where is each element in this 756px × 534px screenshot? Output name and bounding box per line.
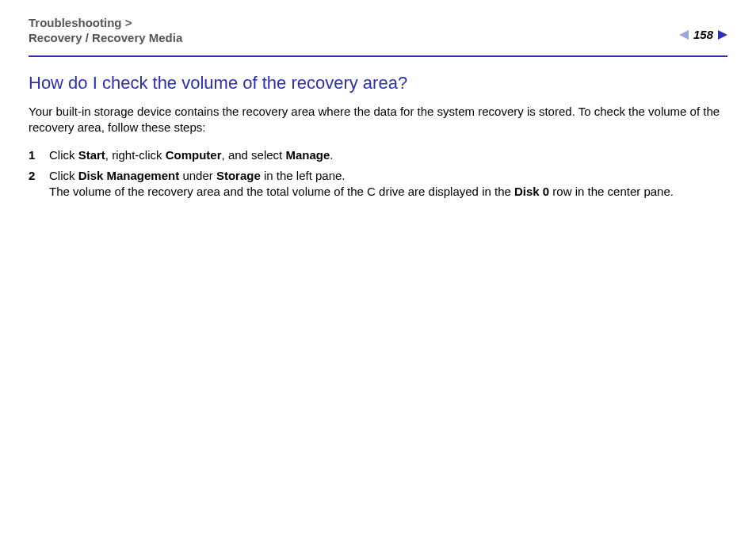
text-run: under xyxy=(179,169,216,182)
breadcrumb-line-2: Recovery / Recovery Media xyxy=(29,31,182,46)
step-line: Click Start, right-click Computer, and s… xyxy=(49,147,727,163)
page-title: How do I check the volume of the recover… xyxy=(29,71,727,95)
step-line: Click Disk Management under Storage in t… xyxy=(49,168,727,184)
text-run: Click xyxy=(49,169,78,182)
step-subline: The volume of the recovery area and the … xyxy=(49,184,727,200)
text-run: , and select xyxy=(222,148,286,162)
bold-text: Start xyxy=(78,148,105,162)
next-page-icon[interactable] xyxy=(718,30,727,40)
steps-list: Click Start, right-click Computer, and s… xyxy=(29,147,727,200)
breadcrumb-line-1: Troubleshooting > xyxy=(29,16,182,31)
page-navigation: 158 xyxy=(679,27,727,43)
svg-marker-0 xyxy=(679,30,689,40)
svg-marker-1 xyxy=(718,30,727,40)
intro-paragraph: Your built-in storage device contains th… xyxy=(29,104,727,136)
bold-text: Computer xyxy=(166,148,222,162)
text-run: row in the center pane. xyxy=(549,185,674,198)
bold-text: Disk 0 xyxy=(514,185,549,198)
breadcrumb: Troubleshooting > Recovery / Recovery Me… xyxy=(29,16,182,46)
bold-text: Storage xyxy=(216,169,261,182)
page-number: 158 xyxy=(693,27,713,43)
prev-page-icon[interactable] xyxy=(679,30,689,40)
text-run: , right-click xyxy=(105,148,166,162)
text-run: Click xyxy=(49,148,78,162)
step-item: Click Start, right-click Computer, and s… xyxy=(29,147,727,163)
text-run: The volume of the recovery area and the … xyxy=(49,185,514,198)
step-item: Click Disk Management under Storage in t… xyxy=(29,168,727,200)
header-divider xyxy=(29,55,727,57)
text-run: in the left pane. xyxy=(261,169,346,182)
text-run: . xyxy=(330,148,333,162)
bold-text: Manage xyxy=(285,148,330,162)
bold-text: Disk Management xyxy=(78,169,180,182)
